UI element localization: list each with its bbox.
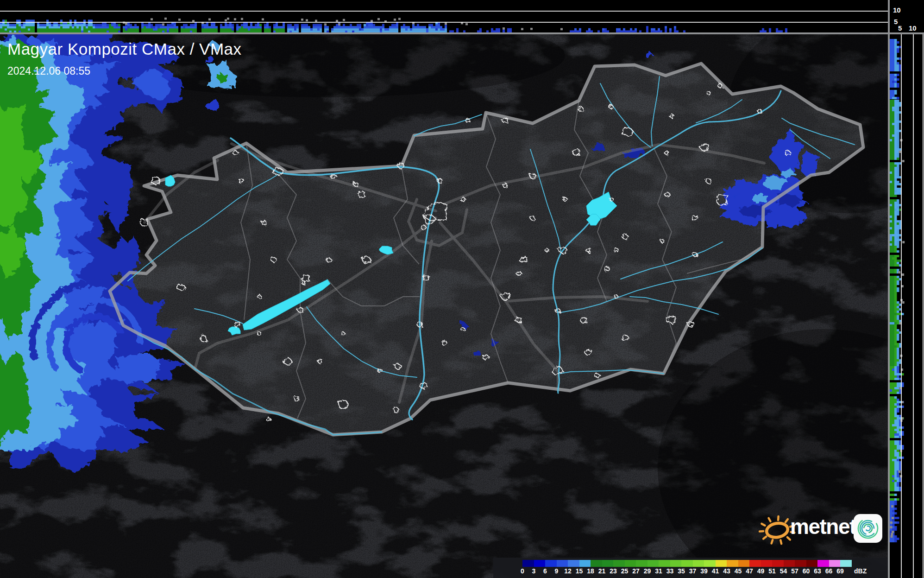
dbz-tick-label: 45 [735,567,742,575]
dbz-tick-label: 27 [632,567,640,575]
dbz-swatch [659,560,670,567]
title-block: Magyar Kompozit CMax / VMax 2024.12.06 0… [7,40,242,77]
dbz-tick-label: 29 [644,567,651,575]
dbz-swatch [727,560,738,567]
dbz-tick-label: 23 [610,567,617,575]
dbz-tick-label: 15 [576,567,583,575]
dbz-tick-label: 60 [803,567,810,575]
dbz-swatch [602,560,614,567]
dbz-swatch [591,560,602,567]
dbz-swatch [625,560,636,567]
dbz-swatch [761,560,773,567]
dbz-tick-label: 57 [791,567,798,575]
dbz-tick-label: 63 [814,567,821,575]
dbz-swatch [829,560,841,567]
metnet-logo[interactable]: metnet [755,508,894,548]
dbz-tick-label: 3 [532,567,536,575]
dbz-unit-label: dBZ [854,567,867,575]
dbz-swatch [557,560,568,567]
profile-divider-vertical [888,0,890,578]
dbz-swatch [806,560,818,567]
dbz-tick-label: 39 [700,567,708,575]
dbz-tick-label: 47 [746,567,753,575]
dbz-tick-label: 49 [757,567,765,575]
dbz-tick-label: 0 [521,567,524,575]
dbz-tick-label: 43 [723,567,730,575]
dbz-tick-label: 69 [836,567,844,575]
dbz-swatch [647,560,659,567]
dbz-swatch [817,560,829,567]
dbz-tick-label: 35 [678,567,685,575]
dbz-swatch [681,560,693,567]
dbz-tick-label: 12 [564,567,572,575]
dbz-swatch [795,560,806,567]
dbz-swatch [522,560,534,567]
dbz-swatch [716,560,727,567]
dbz-tick-label: 66 [825,567,833,575]
dbz-swatch [568,560,579,567]
dbz-tick-label: 54 [780,567,787,575]
spiral-icon [853,514,883,543]
dbz-tick-label: 41 [712,567,719,575]
right-height-profile [890,32,924,578]
dbz-swatch [693,560,704,567]
right-axis-tick-5km: 5 [898,25,902,32]
page-title: Magyar Kompozit CMax / VMax [7,40,242,58]
metnet-wordmark: metnet [790,514,856,539]
dbz-swatch [772,560,784,567]
dbz-tick-label: 33 [666,567,674,575]
dbz-tick-label: 37 [689,567,697,575]
dbz-tick-label: 51 [768,567,776,575]
dbz-swatch [784,560,795,567]
dbz-tick-label: 31 [655,567,662,575]
dbz-swatch [840,560,852,567]
radar-map [0,34,888,578]
dbz-tick-label: 25 [621,567,629,575]
dbz-swatch [704,560,716,567]
dbz-swatch [613,560,625,567]
dbz-swatch [545,560,557,567]
timestamp: 2024.12.06 08:55 [7,65,242,77]
dbz-tick-label: 21 [598,567,606,575]
dbz-swatch [579,560,591,567]
dbz-swatch [534,560,546,567]
top-axis-tick-10km: 10 [893,6,901,13]
dbz-tick-label: 6 [543,567,547,575]
dbz-tick-label: 9 [555,567,559,575]
dbz-swatch [749,560,761,567]
dbz-tick-label: 18 [587,567,594,575]
top-height-profile [0,0,924,32]
dbz-swatch [636,560,647,567]
dbz-swatch [670,560,682,567]
right-axis-tick-10km: 10 [909,25,917,32]
dbz-colorbar: dBZ 036912151821232527293133353739414345… [493,558,888,578]
radar-viewer: 10 5 5 10 Magyar Kompozit CMax / VMax 20… [0,0,924,578]
dbz-swatch [738,560,750,567]
profile-divider-horizontal [0,32,924,34]
top-axis-tick-5km: 5 [894,18,898,25]
